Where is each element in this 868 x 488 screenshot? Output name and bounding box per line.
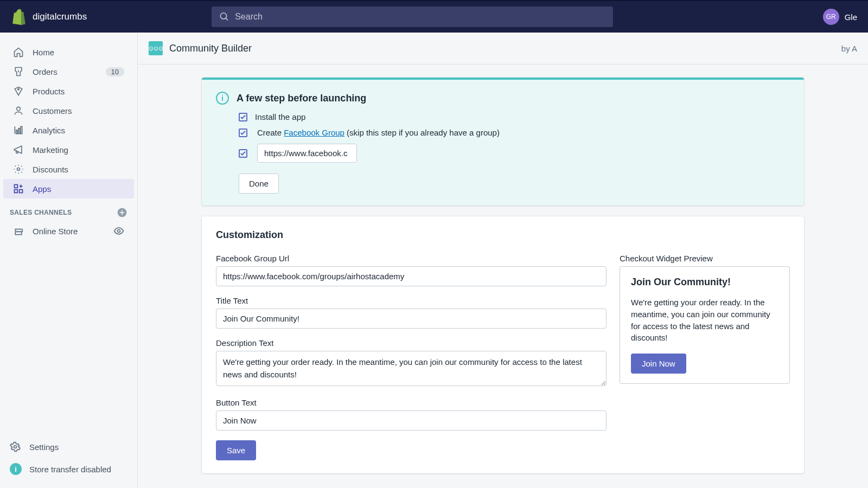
done-button[interactable]: Done xyxy=(239,174,279,194)
info-icon: i xyxy=(216,92,229,105)
preview-widget: Join Our Community! We're getting your o… xyxy=(620,266,790,384)
topbar: digitalcrumbs GR Gle xyxy=(0,0,868,33)
sidebar-item-label: Discounts xyxy=(33,165,68,174)
store-transfer[interactable]: i Store transfer disabled xyxy=(0,458,137,480)
checkbox-create[interactable] xyxy=(239,129,247,137)
checkbox-url[interactable] xyxy=(239,149,247,158)
step-install-label: Install the app xyxy=(255,112,305,121)
gear-icon xyxy=(10,441,21,452)
app-title: Community Builder xyxy=(169,43,252,54)
analytics-icon xyxy=(13,125,24,136)
url-label: Facebook Group Url xyxy=(216,254,607,263)
sidebar-item-analytics[interactable]: Analytics xyxy=(3,120,134,140)
transfer-label: Store transfer disabled xyxy=(29,465,111,474)
sidebar-item-label: Apps xyxy=(33,184,51,194)
orders-badge: 10 xyxy=(106,67,124,76)
button-label: Button Text xyxy=(216,398,607,407)
sidebar-item-label: Products xyxy=(33,87,65,96)
svg-rect-10 xyxy=(15,190,18,193)
sidebar-item-label: Marketing xyxy=(33,145,68,155)
svg-rect-6 xyxy=(21,126,22,133)
search-icon xyxy=(219,11,229,22)
title-label: Title Text xyxy=(216,296,607,305)
sidebar-item-label: Home xyxy=(33,48,54,57)
step-create-label: Create Facebook Group (skip this step if… xyxy=(257,128,500,137)
eye-icon[interactable] xyxy=(113,226,124,236)
sales-channels-header: SALES CHANNELS xyxy=(0,198,137,221)
channel-online-store[interactable]: Online Store xyxy=(3,221,134,241)
customization-card: Customization Facebook Group Url Title T… xyxy=(202,216,804,473)
sidebar-item-label: Orders xyxy=(33,67,58,76)
svg-point-7 xyxy=(17,168,20,171)
sidebar-item-label: Analytics xyxy=(33,126,65,135)
store-name: digitalcrumbs xyxy=(33,11,87,22)
info-icon: i xyxy=(10,463,22,475)
svg-point-0 xyxy=(220,13,226,19)
sidebar-item-customers[interactable]: Customers xyxy=(3,101,134,120)
shopify-logo xyxy=(11,9,26,25)
sidebar-item-label: Customers xyxy=(33,106,72,115)
avatar[interactable]: GR xyxy=(823,9,839,25)
discounts-icon xyxy=(13,164,24,175)
svg-rect-4 xyxy=(16,130,17,134)
preview-title: Join Our Community! xyxy=(631,277,778,288)
checkbox-install[interactable] xyxy=(239,113,247,121)
settings-link[interactable]: Settings xyxy=(0,436,137,458)
url-input[interactable] xyxy=(216,266,607,286)
save-button[interactable]: Save xyxy=(216,440,256,460)
desc-input[interactable] xyxy=(216,351,607,386)
title-input[interactable] xyxy=(216,309,607,329)
search-input[interactable] xyxy=(235,12,605,22)
onboarding-card: i A few step before launching Install th… xyxy=(202,78,804,206)
svg-rect-9 xyxy=(20,190,23,193)
user-name: Gle xyxy=(845,12,857,22)
app-icon: ⊙⊙⊙ xyxy=(149,41,163,55)
store-icon xyxy=(13,226,24,236)
facebook-group-link[interactable]: Facebook Group xyxy=(284,128,344,137)
svg-rect-8 xyxy=(15,185,18,188)
app-author: by A xyxy=(841,44,857,53)
app-header: ⊙⊙⊙ Community Builder by A xyxy=(138,33,868,65)
svg-point-3 xyxy=(17,107,21,111)
sidebar-item-products[interactable]: Products xyxy=(3,81,134,101)
sidebar-item-orders[interactable]: Orders 10 xyxy=(3,62,134,81)
settings-label: Settings xyxy=(29,442,59,452)
products-icon xyxy=(13,86,24,97)
customers-icon xyxy=(13,105,24,116)
customization-heading: Customization xyxy=(216,229,790,241)
sidebar-item-marketing[interactable]: Marketing xyxy=(3,140,134,159)
search-box[interactable] xyxy=(212,7,613,27)
onboarding-title: A few step before launching xyxy=(237,93,366,104)
sidebar-item-apps[interactable]: Apps xyxy=(3,179,134,198)
svg-point-15 xyxy=(14,446,17,448)
svg-rect-5 xyxy=(18,129,20,134)
desc-label: Description Text xyxy=(216,338,607,348)
preview-button[interactable]: Join Now xyxy=(631,354,686,374)
add-channel-icon[interactable] xyxy=(117,207,127,218)
svg-point-14 xyxy=(118,230,120,233)
channel-label: Online Store xyxy=(33,227,78,236)
home-icon xyxy=(13,47,24,57)
sidebar-item-discounts[interactable]: Discounts xyxy=(3,159,134,179)
svg-point-2 xyxy=(18,88,20,90)
sidebar: Home Orders 10 Products Customers Analyt… xyxy=(0,33,138,488)
sidebar-item-home[interactable]: Home xyxy=(3,42,134,62)
button-input[interactable] xyxy=(216,410,607,431)
marketing-icon xyxy=(13,144,24,155)
onboard-url-input[interactable] xyxy=(257,144,357,163)
orders-icon xyxy=(13,66,24,77)
apps-icon xyxy=(13,183,24,194)
svg-line-1 xyxy=(226,18,228,20)
preview-desc: We're getting your order ready. In the m… xyxy=(631,297,778,344)
preview-label: Checkout Widget Preview xyxy=(620,254,790,263)
